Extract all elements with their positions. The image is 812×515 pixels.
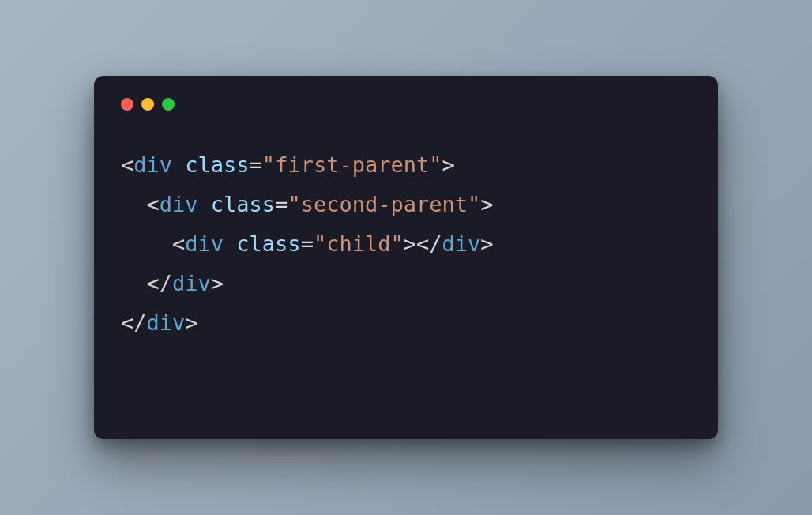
tag-name: div [185, 231, 224, 256]
minimize-icon[interactable] [141, 98, 154, 111]
attr-value: first-parent [275, 152, 429, 177]
maximize-icon[interactable] [162, 98, 175, 111]
tag-name: div [147, 310, 186, 335]
tag-name: div [172, 271, 211, 295]
code-line: <div class="child"></div> [121, 224, 691, 264]
code-line: </div> [121, 303, 691, 343]
tag-name: div [133, 152, 172, 177]
code-line: </div> [121, 264, 691, 303]
close-icon[interactable] [121, 98, 133, 111]
code-line: <div class="first-parent"> [121, 145, 691, 185]
traffic-lights [121, 98, 691, 111]
attr-value: child [326, 231, 390, 256]
tag-name: div [160, 192, 198, 216]
attr-name: class [236, 231, 300, 256]
attr-name: class [185, 152, 249, 177]
code-window: <div class="first-parent"> <div class="s… [94, 76, 718, 439]
attr-value: second-parent [301, 192, 468, 216]
code-content: <div class="first-parent"> <div class="s… [121, 145, 691, 343]
attr-name: class [211, 192, 275, 216]
code-line: <div class="second-parent"> [121, 185, 691, 224]
tag-name: div [442, 231, 480, 256]
